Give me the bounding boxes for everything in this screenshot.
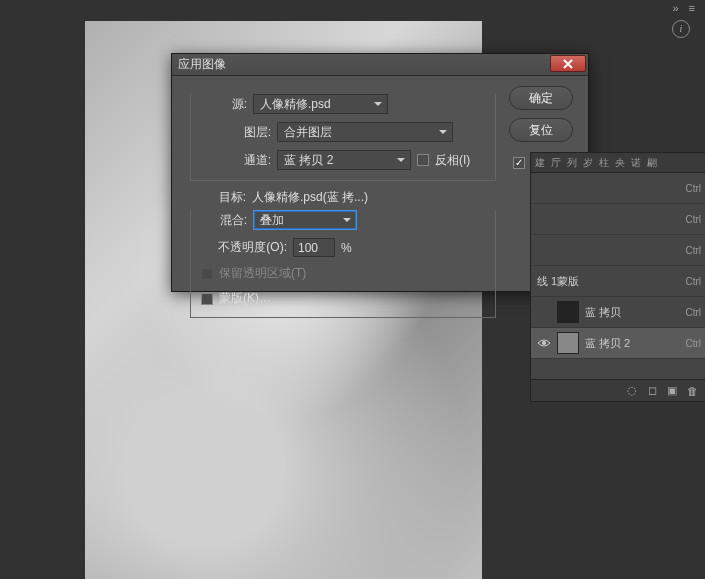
list-item[interactable]: 蓝 拷贝 2 Ctrl: [531, 328, 705, 359]
reset-button[interactable]: 复位: [509, 118, 573, 142]
menu-icon[interactable]: ≡: [689, 2, 695, 14]
layer-select[interactable]: 合并图层: [277, 122, 453, 142]
new-channel-icon[interactable]: ▣: [665, 384, 679, 398]
collapse-icon[interactable]: »: [672, 2, 678, 14]
dialog-title: 应用图像: [178, 56, 582, 73]
thumbnail: [557, 301, 579, 323]
channel-list: Ctrl Ctrl Ctrl 线 1蒙版 Ctrl 蓝 拷贝 Ctrl 蓝 拷贝…: [531, 173, 705, 359]
list-item[interactable]: 线 1蒙版 Ctrl: [531, 266, 705, 297]
preserve-trans-label: 保留透明区域(T): [219, 265, 306, 282]
thumbnail: [557, 332, 579, 354]
save-selection-icon[interactable]: ◻: [645, 384, 659, 398]
invert-checkbox[interactable]: [417, 154, 429, 166]
list-item[interactable]: Ctrl: [531, 204, 705, 235]
list-item[interactable]: Ctrl: [531, 173, 705, 204]
info-icon[interactable]: i: [672, 20, 690, 38]
panel-tabs[interactable]: 建 厅 列 岁 柱 央 诺 翩: [531, 153, 705, 173]
layer-label: 图层:: [201, 124, 271, 141]
channel-label: 通道:: [201, 152, 271, 169]
load-selection-icon[interactable]: ◌: [625, 384, 639, 398]
visibility-off-icon[interactable]: [537, 305, 551, 319]
preserve-trans-checkbox: [201, 268, 213, 280]
delete-icon[interactable]: 🗑: [685, 384, 699, 398]
opacity-input[interactable]: 100: [293, 238, 335, 257]
svg-point-0: [542, 341, 546, 345]
toolbar-top: » ≡: [672, 2, 695, 14]
channel-select[interactable]: 蓝 拷贝 2: [277, 150, 411, 170]
invert-label: 反相(I): [435, 152, 470, 169]
panel-footer: ◌ ◻ ▣ 🗑: [531, 379, 705, 401]
opacity-suffix: %: [341, 241, 352, 255]
mask-label: 蒙版(K)…: [219, 290, 271, 307]
ok-button[interactable]: 确定: [509, 86, 573, 110]
mask-checkbox[interactable]: [201, 293, 213, 305]
source-select[interactable]: 人像精修.psd: [253, 94, 388, 114]
item-label: 线 1蒙版: [537, 274, 579, 289]
item-label: 蓝 拷贝 2: [585, 336, 630, 351]
apply-image-dialog: 应用图像 源: 人像精修.psd 图层: 合并图层 通道: 蓝 拷贝 2 反相: [171, 53, 589, 292]
target-label: 目标:: [200, 189, 246, 206]
list-item[interactable]: Ctrl: [531, 235, 705, 266]
list-item[interactable]: 蓝 拷贝 Ctrl: [531, 297, 705, 328]
dialog-titlebar[interactable]: 应用图像: [172, 54, 588, 76]
item-label: 蓝 拷贝: [585, 305, 621, 320]
channels-panel: 建 厅 列 岁 柱 央 诺 翩 Ctrl Ctrl Ctrl 线 1蒙版 Ctr…: [530, 152, 705, 402]
visibility-icon[interactable]: [537, 336, 551, 350]
source-label: 源:: [201, 96, 247, 113]
blending-select[interactable]: 叠加: [253, 210, 357, 230]
preview-checkbox[interactable]: [513, 157, 525, 169]
target-value: 人像精修.psd(蓝 拷...): [252, 189, 368, 206]
close-button[interactable]: [550, 55, 586, 72]
opacity-label: 不透明度(O):: [201, 239, 287, 256]
blending-label: 混合:: [201, 212, 247, 229]
